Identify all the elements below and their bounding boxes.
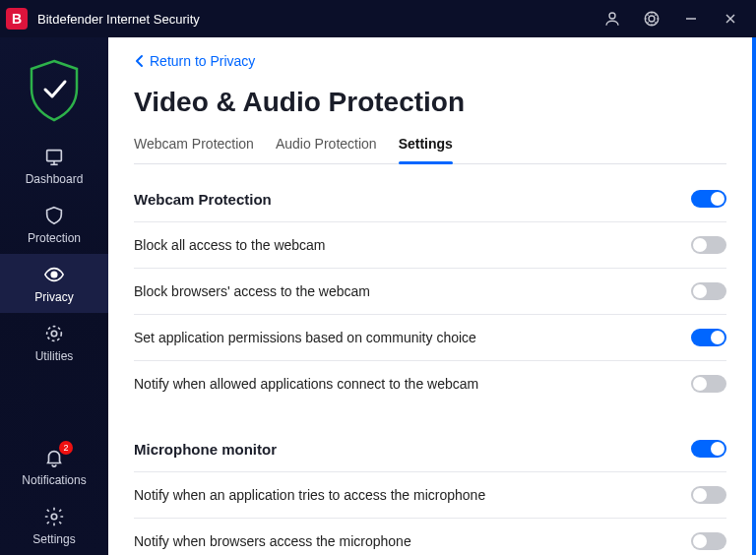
svg-point-10 <box>47 327 62 341</box>
sidebar-item-privacy[interactable]: Privacy <box>0 254 108 313</box>
svg-point-12 <box>51 514 57 520</box>
sidebar-item-settings[interactable]: Settings <box>0 496 108 555</box>
sidebar-item-label: Settings <box>32 532 75 546</box>
shield-icon <box>43 205 65 226</box>
setting-row: Notify when allowed applications connect… <box>134 361 726 406</box>
sidebar: Dashboard Protection Privacy Utilities <box>0 37 108 555</box>
sidebar-item-notifications[interactable]: 2 Notifications <box>0 437 108 496</box>
help-icon[interactable] <box>632 0 671 37</box>
community-choice-toggle[interactable] <box>691 329 726 346</box>
setting-row: Notify when an application tries to acce… <box>134 472 726 519</box>
status-shield <box>0 43 108 136</box>
block-all-webcam-toggle[interactable] <box>691 236 726 254</box>
tabs: Webcam Protection Audio Protection Setti… <box>134 132 726 164</box>
section-title: Microphone monitor <box>134 441 277 458</box>
app-body: Dashboard Protection Privacy Utilities <box>0 37 756 555</box>
notify-allowed-webcam-toggle[interactable] <box>691 375 726 393</box>
dashboard-icon <box>43 146 65 167</box>
notify-browsers-mic-toggle[interactable] <box>691 532 726 550</box>
gear-small-icon <box>43 323 65 344</box>
sidebar-item-dashboard[interactable]: Dashboard <box>0 136 108 195</box>
tab-label: Settings <box>399 136 453 152</box>
sidebar-item-label: Protection <box>28 231 81 245</box>
setting-label: Set application permissions based on com… <box>134 330 476 345</box>
sidebar-spacer <box>0 372 108 437</box>
setting-label: Notify when browsers access the micropho… <box>134 533 411 549</box>
tab-settings[interactable]: Settings <box>399 132 453 163</box>
webcam-protection-section: Webcam Protection Block all access to th… <box>134 184 726 406</box>
setting-row: Set application permissions based on com… <box>134 315 726 361</box>
tab-webcam-protection[interactable]: Webcam Protection <box>134 132 254 163</box>
setting-label: Notify when allowed applications connect… <box>134 376 478 392</box>
sidebar-item-label: Dashboard <box>26 172 84 186</box>
content-scroll[interactable]: Return to Privacy Video & Audio Protecti… <box>108 37 756 555</box>
tab-label: Webcam Protection <box>134 136 254 152</box>
return-link-label: Return to Privacy <box>150 53 255 69</box>
sidebar-item-label: Privacy <box>34 290 73 304</box>
titlebar: B Bitdefender Internet Security <box>0 0 756 37</box>
return-link[interactable]: Return to Privacy <box>134 53 726 69</box>
minimize-button[interactable] <box>671 0 711 37</box>
page-title: Video & Audio Protection <box>134 87 726 118</box>
setting-label: Block all access to the webcam <box>134 237 326 253</box>
svg-point-2 <box>649 16 655 22</box>
svg-point-9 <box>51 272 57 278</box>
svg-point-0 <box>609 13 615 19</box>
svg-rect-6 <box>47 151 62 161</box>
tab-label: Audio Protection <box>276 136 377 152</box>
account-icon[interactable] <box>593 0 632 37</box>
setting-label: Notify when an application tries to acce… <box>134 487 485 503</box>
sidebar-item-label: Notifications <box>22 473 86 487</box>
tab-audio-protection[interactable]: Audio Protection <box>276 132 377 163</box>
setting-label: Block browsers' access to the webcam <box>134 283 370 299</box>
microphone-monitor-section: Microphone monitor Notify when an applic… <box>134 434 726 555</box>
brand-letter: B <box>12 11 22 27</box>
bell-icon: 2 <box>43 447 65 468</box>
block-browsers-webcam-toggle[interactable] <box>691 282 726 300</box>
setting-row: Block browsers' access to the webcam <box>134 269 726 315</box>
chevron-left-icon <box>134 54 144 68</box>
microphone-monitor-toggle[interactable] <box>691 440 726 458</box>
section-header-row: Webcam Protection <box>134 184 726 222</box>
window-title: Bitdefender Internet Security <box>37 12 593 27</box>
brand-icon: B <box>6 8 28 30</box>
eye-icon <box>42 264 66 285</box>
svg-point-1 <box>645 12 659 26</box>
setting-row: Block all access to the webcam <box>134 222 726 269</box>
setting-row: Notify when browsers access the micropho… <box>134 519 726 555</box>
webcam-protection-toggle[interactable] <box>691 190 726 208</box>
notify-app-mic-toggle[interactable] <box>691 486 726 504</box>
notification-badge: 2 <box>59 441 73 455</box>
sidebar-item-protection[interactable]: Protection <box>0 195 108 254</box>
main-panel: Return to Privacy Video & Audio Protecti… <box>108 37 756 555</box>
gear-icon <box>43 506 65 527</box>
close-button[interactable] <box>711 0 750 37</box>
sidebar-item-utilities[interactable]: Utilities <box>0 313 108 372</box>
section-header-row: Microphone monitor <box>134 434 726 472</box>
svg-point-11 <box>51 331 57 337</box>
sidebar-item-label: Utilities <box>35 349 74 363</box>
section-title: Webcam Protection <box>134 191 272 208</box>
